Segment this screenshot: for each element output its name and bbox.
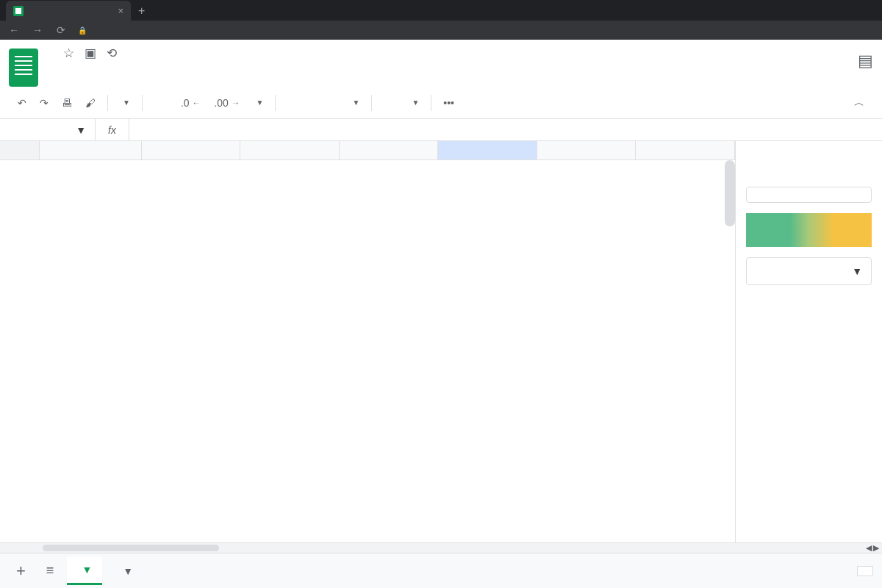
toolbar: ↶ ↷ 🖶 🖌 ▼ .0← .00→ ▼ ▼ ▼ ••• ︿ — [0, 87, 882, 119]
font-size-select[interactable]: ▼ — [379, 96, 423, 110]
horizontal-scrollbar[interactable]: ◀▶ — [0, 542, 882, 553]
col-header-g[interactable] — [636, 141, 735, 159]
spreadsheet-grid[interactable] — [0, 141, 735, 551]
zoom-select[interactable]: ▼ — [115, 96, 135, 110]
new-tab-button[interactable]: + — [131, 1, 152, 21]
col-header-d[interactable] — [340, 141, 439, 159]
all-sheets-button[interactable]: ≡ — [39, 563, 62, 578]
col-header-c[interactable] — [240, 141, 340, 159]
chevron-down-icon[interactable]: ▼ — [123, 565, 133, 577]
more-toolbar-button[interactable]: ••• — [439, 94, 459, 112]
col-header-a[interactable] — [40, 141, 141, 159]
sheet-tab-1[interactable]: ▼ — [67, 556, 102, 585]
sheet-tab-2[interactable]: ▼ — [108, 558, 143, 584]
minpoint-select[interactable]: ▼ — [746, 257, 872, 285]
chevron-down-icon[interactable]: ▼ — [82, 564, 92, 576]
add-sheet-button[interactable]: + — [9, 562, 33, 581]
font-select[interactable]: ▼ — [283, 96, 364, 110]
sync-icon: ⟲ — [107, 46, 117, 61]
currency-button[interactable] — [150, 100, 159, 106]
status-sum[interactable] — [857, 566, 873, 576]
menu-addons[interactable] — [150, 65, 162, 71]
chevron-down-icon: ▼ — [76, 124, 86, 136]
menu-datei[interactable] — [47, 65, 59, 71]
star-icon[interactable]: ☆ — [63, 46, 74, 61]
vertical-scrollbar[interactable] — [725, 160, 735, 226]
comments-icon[interactable]: ▤ — [858, 51, 873, 71]
document-title[interactable] — [47, 52, 53, 55]
move-icon[interactable]: ▣ — [85, 46, 96, 61]
menu-daten[interactable] — [121, 65, 132, 71]
percent-button[interactable] — [163, 100, 172, 106]
col-header-f[interactable] — [537, 141, 637, 159]
decrease-decimal-button[interactable]: .0← — [176, 94, 205, 112]
print-button[interactable]: 🖶 — [57, 94, 76, 112]
browser-chrome: × + ← → ⟳ 🔒 — [0, 0, 882, 40]
menu-hilfe[interactable] — [165, 65, 176, 71]
menu-einfuegen[interactable] — [91, 65, 103, 71]
back-icon[interactable]: ← — [7, 24, 21, 36]
redo-button[interactable]: ↷ — [35, 94, 53, 112]
menu-bar — [47, 65, 849, 71]
last-edit-link[interactable] — [188, 65, 200, 71]
collapse-toolbar-button[interactable]: ︿ — [850, 93, 869, 112]
chevron-down-icon: ▼ — [852, 265, 862, 277]
forward-icon[interactable]: → — [31, 24, 44, 36]
conditional-format-sidebar: ▼ — [735, 141, 882, 551]
fx-icon: fx — [96, 119, 129, 140]
lock-icon: 🔒 — [78, 26, 87, 35]
menu-ansicht[interactable] — [76, 65, 88, 71]
sidebar-tab-single[interactable] — [746, 163, 872, 179]
col-header-e[interactable] — [438, 141, 537, 159]
select-all-corner[interactable] — [0, 141, 40, 159]
reload-icon[interactable]: ⟳ — [54, 24, 68, 36]
menu-format[interactable] — [106, 65, 118, 71]
more-formats-button[interactable]: ▼ — [248, 96, 268, 110]
col-header-b[interactable] — [142, 141, 241, 159]
increase-decimal-button[interactable]: .00→ — [209, 94, 244, 112]
undo-button[interactable]: ↶ — [13, 94, 31, 112]
close-icon[interactable]: × — [118, 5, 123, 16]
sheet-tab-bar: + ≡ ▼ ▼ — [0, 553, 882, 588]
menu-tools[interactable] — [135, 65, 147, 71]
paint-format-button[interactable]: 🖌 — [81, 94, 100, 112]
browser-tab[interactable]: × — [6, 1, 131, 21]
sheets-logo[interactable] — [9, 49, 38, 87]
menu-bearbeiten[interactable] — [62, 65, 74, 71]
preview-swatch[interactable] — [746, 213, 872, 247]
name-box[interactable]: ▼ — [0, 119, 96, 140]
range-input[interactable] — [746, 187, 872, 203]
address-bar[interactable]: 🔒 — [78, 26, 875, 35]
sheets-favicon — [13, 6, 24, 16]
